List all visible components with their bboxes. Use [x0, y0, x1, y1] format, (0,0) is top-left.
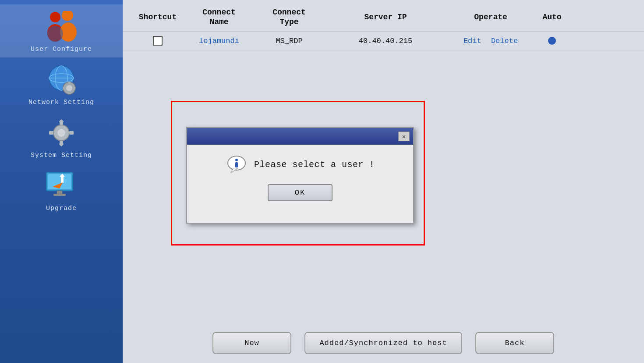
modal-dialog: ✕ Please select a user ! — [186, 127, 414, 224]
row-server-ip: 40.40.40.215 — [324, 37, 447, 45]
main-content: Shortcut ConnectName ConnectType Server … — [123, 0, 644, 363]
sidebar-item-system-setting-label: System Setting — [31, 152, 92, 159]
auto-indicator — [548, 37, 556, 45]
modal-body: Please select a user ! OK — [187, 145, 413, 208]
info-icon — [226, 153, 248, 175]
network-setting-icon — [42, 62, 81, 97]
svg-point-4 — [47, 26, 63, 42]
user-configure-icon — [42, 9, 81, 44]
sidebar-item-upgrade-label: Upgrade — [46, 205, 77, 212]
sidebar-item-user-configure[interactable]: User Configure — [0, 4, 123, 57]
svg-rect-13 — [63, 87, 65, 89]
sidebar-item-system-setting[interactable]: System Setting — [0, 110, 123, 164]
sidebar-item-network-setting[interactable]: Network Setting — [0, 57, 123, 110]
delete-button[interactable]: Delete — [491, 37, 518, 45]
bottom-bar: New Added/Synchronized to host Back — [123, 332, 644, 354]
modal-titlebar: ✕ — [187, 128, 413, 145]
table-row: lojamundi MS_RDP 40.40.40.215 Edit Delet… — [123, 32, 644, 50]
sidebar-item-user-configure-label: User Configure — [31, 46, 92, 53]
svg-rect-29 — [57, 191, 62, 194]
svg-rect-19 — [49, 131, 53, 135]
row-operate-cell: Edit Delete — [447, 37, 534, 45]
row-auto-cell — [534, 37, 570, 45]
svg-rect-30 — [53, 194, 66, 196]
svg-point-0 — [50, 12, 60, 22]
new-button[interactable]: New — [212, 332, 291, 354]
svg-rect-36 — [235, 162, 238, 167]
back-button[interactable]: Back — [475, 332, 554, 354]
edit-button[interactable]: Edit — [464, 37, 481, 45]
table-header: Shortcut ConnectName ConnectType Server … — [123, 0, 644, 32]
modal-message-row: Please select a user ! — [226, 153, 375, 175]
row-checkbox-cell — [131, 36, 184, 46]
modal-close-button[interactable]: ✕ — [398, 132, 410, 141]
row-checkbox[interactable] — [153, 36, 163, 46]
svg-rect-12 — [68, 92, 71, 94]
svg-rect-14 — [73, 87, 75, 89]
header-server-ip: Server IP — [324, 13, 447, 22]
sidebar: User Configure Network Setting — [0, 0, 123, 363]
header-shortcut: Shortcut — [131, 13, 184, 22]
sync-button[interactable]: Added/Synchronized to host — [304, 332, 462, 354]
row-connect-name: lojamundi — [184, 37, 254, 45]
svg-point-16 — [57, 129, 65, 137]
sidebar-item-upgrade[interactable]: Upgrade — [0, 164, 123, 217]
sidebar-item-network-setting-label: Network Setting — [28, 99, 94, 106]
header-auto: Auto — [534, 13, 570, 22]
modal-message-text: Please select a user ! — [254, 160, 375, 170]
svg-rect-28 — [61, 177, 64, 183]
svg-point-35 — [235, 159, 238, 161]
header-connect-name: ConnectName — [184, 8, 254, 27]
row-connect-type: MS_RDP — [254, 37, 324, 45]
header-connect-type: ConnectType — [254, 8, 324, 27]
upgrade-icon — [42, 168, 81, 203]
header-operate: Operate — [447, 13, 534, 22]
svg-point-10 — [66, 85, 72, 91]
svg-point-2 — [62, 11, 73, 21]
modal-ok-button[interactable]: OK — [268, 184, 333, 201]
svg-rect-11 — [68, 82, 71, 84]
system-setting-icon — [42, 115, 81, 150]
svg-rect-20 — [69, 131, 74, 135]
